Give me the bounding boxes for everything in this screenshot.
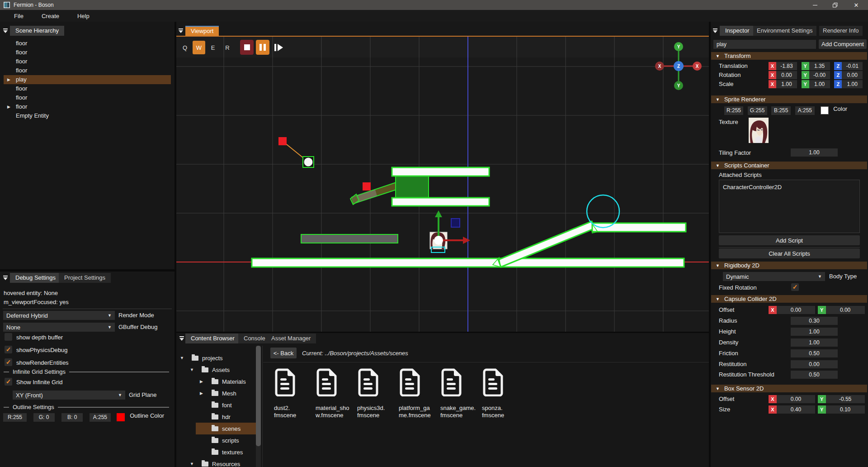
- gizmo-origin-handle[interactable]: [434, 236, 443, 245]
- outline-a-field[interactable]: A:255: [90, 413, 111, 422]
- panel-collapse-icon[interactable]: [179, 336, 184, 343]
- rotation-y-field[interactable]: -0.00: [809, 71, 830, 79]
- transform-header[interactable]: ▼Transform: [711, 52, 867, 60]
- file-item[interactable]: snake_game.fmscene: [440, 368, 481, 419]
- sprite-r-field[interactable]: R:255: [724, 106, 743, 115]
- step-button[interactable]: [272, 40, 286, 55]
- density-field[interactable]: 1.00: [791, 338, 838, 347]
- platform-grey[interactable]: [301, 234, 398, 243]
- outline-b-field[interactable]: B: 0: [61, 413, 83, 422]
- attached-scripts-list[interactable]: CharacterController2D: [719, 180, 860, 233]
- menu-create[interactable]: Create: [36, 13, 65, 19]
- capsule-offset-y-field[interactable]: 0.00: [826, 306, 865, 314]
- hierarchy-item[interactable]: floor: [0, 84, 175, 93]
- tree-item-materials[interactable]: ▶Materials: [176, 376, 256, 387]
- hierarchy-item-selected[interactable]: ▶play: [4, 75, 171, 84]
- entity-name-input[interactable]: play: [713, 40, 816, 49]
- hierarchy-item[interactable]: floor: [0, 39, 175, 48]
- tree-item-scripts[interactable]: scripts: [176, 434, 256, 446]
- hierarchy-item[interactable]: floor: [0, 48, 175, 57]
- tree-scrollbar-thumb[interactable]: [256, 346, 261, 446]
- platform-mid[interactable]: [392, 198, 489, 206]
- hierarchy-item[interactable]: ▶floor: [0, 102, 175, 111]
- file-item[interactable]: dust2.fmscene: [274, 368, 315, 419]
- sprite-b-field[interactable]: B:255: [771, 106, 791, 115]
- scale-z-field[interactable]: 1.00: [842, 80, 863, 88]
- tree-item-font[interactable]: font: [176, 399, 256, 411]
- capsule-offset-x-field[interactable]: 0.00: [777, 306, 815, 314]
- gbuffer-debug-dropdown[interactable]: None: [3, 323, 115, 332]
- capsule-collider-header[interactable]: ▼Capsule Collider 2D: [711, 295, 867, 303]
- translation-y-field[interactable]: 1.35: [809, 62, 830, 70]
- rigidbody-header[interactable]: ▼Rigidbody 2D: [711, 262, 867, 269]
- sprite-color-swatch[interactable]: [821, 106, 829, 114]
- box-size-y-field[interactable]: 0.10: [826, 405, 865, 414]
- fixed-rotation-checkbox[interactable]: [791, 283, 799, 291]
- tab-scene-hierarchy[interactable]: Scene Hierarchy: [10, 26, 64, 36]
- tab-content-browser[interactable]: Content Browser: [185, 334, 240, 343]
- expand-arrow-icon[interactable]: ▼: [190, 367, 197, 372]
- outline-g-field[interactable]: G: 0: [33, 413, 55, 422]
- expand-arrow-icon[interactable]: ▼: [190, 462, 197, 466]
- body-type-dropdown[interactable]: Dynamic: [723, 272, 825, 281]
- script-list-item[interactable]: CharacterController2D: [719, 180, 859, 191]
- rotation-z-field[interactable]: 0.00: [842, 71, 863, 79]
- restitution-threshold-field[interactable]: 0.50: [791, 371, 838, 379]
- panel-collapse-icon[interactable]: [178, 28, 184, 35]
- show-infinite-grid-checkbox[interactable]: [5, 378, 12, 386]
- expand-arrow-icon[interactable]: ▼: [180, 356, 187, 360]
- tree-item-assets[interactable]: ▼Assets: [176, 364, 256, 376]
- show-render-entities-checkbox[interactable]: [5, 358, 12, 366]
- show-depth-buffer-checkbox[interactable]: [5, 333, 12, 341]
- tree-item-textures[interactable]: textures: [176, 446, 256, 458]
- hierarchy-item[interactable]: Empty Entity: [0, 111, 175, 120]
- expand-arrow-icon[interactable]: ▶: [200, 391, 207, 396]
- stop-button[interactable]: [240, 40, 254, 55]
- tree-item-projects[interactable]: ▼projects: [176, 352, 256, 364]
- menu-help[interactable]: Help: [71, 13, 95, 19]
- tree-item-scenes-selected[interactable]: scenes: [196, 423, 256, 434]
- panel-collapse-icon[interactable]: [712, 28, 718, 35]
- sprite-renderer-header[interactable]: ▼Sprite Renderer: [711, 95, 867, 103]
- pause-button[interactable]: [256, 40, 269, 55]
- expand-arrow-icon[interactable]: ▶: [200, 379, 207, 384]
- viewport-scene[interactable]: Y Y X X Z: [176, 37, 709, 332]
- height-field[interactable]: 1.00: [791, 328, 838, 336]
- add-script-button[interactable]: Add Script: [719, 235, 860, 245]
- add-component-button[interactable]: Add Component: [819, 39, 867, 49]
- box-size-x-field[interactable]: 0.40: [777, 405, 815, 414]
- tree-item-resources[interactable]: ▼Resources: [176, 458, 256, 467]
- platform-ground[interactable]: [252, 258, 684, 267]
- panel-collapse-icon[interactable]: [3, 28, 8, 35]
- restitution-field[interactable]: 0.00: [791, 360, 838, 368]
- blue-square-entity[interactable]: [451, 219, 460, 227]
- hierarchy-item[interactable]: floor: [0, 93, 175, 102]
- tree-item-hdr[interactable]: hdr: [176, 411, 256, 423]
- rotation-x-field[interactable]: 0.00: [776, 71, 797, 79]
- outline-color-swatch[interactable]: [117, 413, 125, 421]
- sprite-a-field[interactable]: A:255: [795, 106, 815, 115]
- panel-collapse-icon[interactable]: [3, 275, 8, 282]
- outline-r-field[interactable]: R:255: [3, 413, 27, 422]
- tool-e-button[interactable]: E: [207, 41, 219, 54]
- green-block-entity[interactable]: [396, 176, 429, 198]
- expand-arrow-icon[interactable]: ▶: [7, 75, 10, 84]
- tab-environment-settings[interactable]: Environment Settings: [753, 26, 816, 36]
- tree-scrollbar-track[interactable]: [256, 346, 261, 467]
- tree-item-mesh[interactable]: ▶Mesh: [176, 387, 256, 399]
- friction-field[interactable]: 0.50: [791, 349, 838, 357]
- file-item[interactable]: sponza.fmscene: [482, 368, 523, 419]
- tab-inspector[interactable]: Inspector: [720, 26, 755, 36]
- grid-plane-dropdown[interactable]: XY (Front): [13, 391, 125, 400]
- tab-viewport[interactable]: Viewport: [185, 26, 219, 36]
- file-item[interactable]: material_show.fmscene: [316, 368, 356, 419]
- restore-button[interactable]: [825, 0, 845, 10]
- render-mode-dropdown[interactable]: Deferred Hybrid: [3, 311, 115, 320]
- menu-file[interactable]: File: [8, 13, 29, 19]
- back-button[interactable]: <- Back: [270, 348, 297, 358]
- close-button[interactable]: ✕: [844, 0, 868, 10]
- expand-arrow-icon[interactable]: ▶: [7, 102, 10, 111]
- texture-thumbnail[interactable]: [749, 118, 769, 143]
- hierarchy-item[interactable]: floor: [0, 57, 175, 66]
- tab-project-settings[interactable]: Project Settings: [59, 273, 111, 283]
